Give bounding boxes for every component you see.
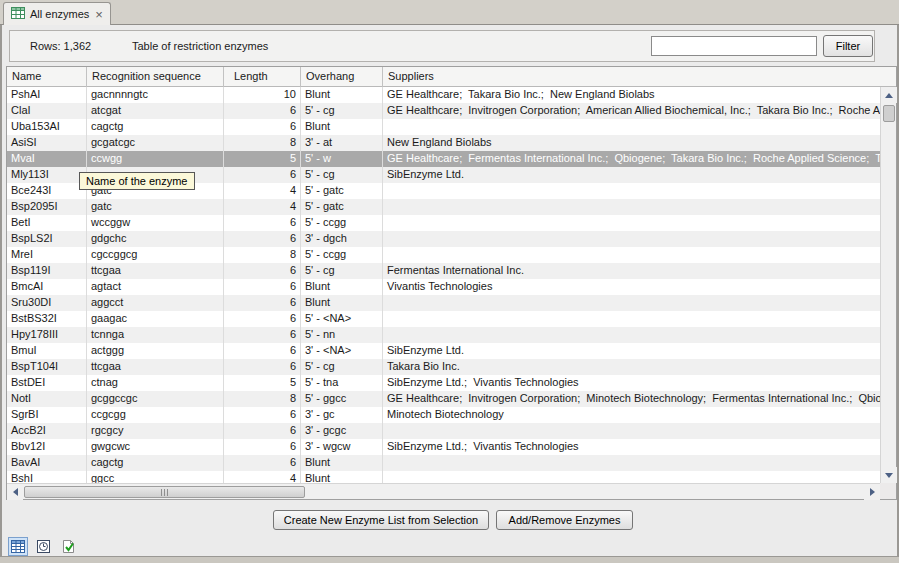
- table-row[interactable]: Bbv12Igwgcwc63' - wgcwSibEnzyme Ltd.; Vi…: [7, 439, 880, 455]
- tab-all-enzymes[interactable]: All enzymes ×: [3, 2, 111, 25]
- cell-suppliers: [383, 471, 880, 483]
- cell-length: 10: [224, 87, 301, 103]
- cell-seq: rgcgcy: [87, 423, 224, 439]
- filter-button[interactable]: Filter: [823, 35, 873, 57]
- table-row[interactable]: MreIcgccggcg85' - ccgg: [7, 247, 880, 263]
- table-row[interactable]: BmuIactggg63' - <NA>SibEnzyme Ltd.: [7, 343, 880, 359]
- enzyme-table: Name Recognition sequence Length Overhan…: [6, 66, 897, 500]
- cell-name: Bsp119I: [7, 263, 87, 279]
- table-row[interactable]: BspLS2Igdgchc63' - dgch: [7, 231, 880, 247]
- filter-input[interactable]: [651, 36, 817, 56]
- cell-length: 6: [224, 455, 301, 471]
- cell-overhang: Blunt: [301, 87, 383, 103]
- cell-length: 6: [224, 119, 301, 135]
- table-row[interactable]: BspT104Ittcgaa65' - cgTakara Bio Inc.: [7, 359, 880, 375]
- table-row[interactable]: BstBS32Igaagac65' - <NA>: [7, 311, 880, 327]
- cell-suppliers: GE Healthcare; Invitrogen Corporation; A…: [383, 103, 880, 119]
- table-row[interactable]: Uba153AIcagctg6Blunt: [7, 119, 880, 135]
- close-icon[interactable]: ×: [95, 8, 103, 21]
- cell-suppliers: [383, 183, 880, 199]
- table-row[interactable]: PshAIgacnnnngtc10BluntGE Healthcare; Tak…: [7, 87, 880, 103]
- cell-overhang: 5' - tna: [301, 375, 383, 391]
- cell-suppliers: New England Biolabs: [383, 135, 880, 151]
- table-row[interactable]: BshIggcc4Blunt: [7, 471, 880, 483]
- cell-name: SgrBI: [7, 407, 87, 423]
- create-enzyme-list-button[interactable]: Create New Enzyme List from Selection: [273, 510, 489, 530]
- table-row[interactable]: Bsp119Ittcgaa65' - cgFermentas Internati…: [7, 263, 880, 279]
- table-row[interactable]: Hpy178IIItcnnga65' - nn: [7, 327, 880, 343]
- cell-length: 5: [224, 375, 301, 391]
- cell-suppliers: Fermentas International Inc.: [383, 263, 880, 279]
- scroll-right-icon[interactable]: [864, 484, 880, 500]
- vertical-scrollbar[interactable]: [880, 87, 896, 483]
- horizontal-scrollbar[interactable]: [7, 483, 880, 499]
- cell-length: 4: [224, 199, 301, 215]
- tab-title: All enzymes: [30, 8, 89, 20]
- cell-length: 6: [224, 311, 301, 327]
- table-subtitle: Table of restriction enzymes: [132, 40, 268, 52]
- table-row[interactable]: BavAIcagctg6Blunt: [7, 455, 880, 471]
- table-row[interactable]: MvaIccwgg55' - wGE Healthcare; Fermentas…: [7, 151, 880, 167]
- table-row[interactable]: BetIwccggw65' - ccgg: [7, 215, 880, 231]
- cell-suppliers: [383, 231, 880, 247]
- table-toolbar: Rows: 1,362 Table of restriction enzymes…: [9, 30, 875, 62]
- cell-length: 6: [224, 279, 301, 295]
- table-row[interactable]: BmcAIagtact6BluntVivantis Technologies: [7, 279, 880, 295]
- history-clock-icon[interactable]: [33, 537, 53, 556]
- cell-seq: ttcgaa: [87, 263, 224, 279]
- table-row[interactable]: SgrBIccgcgg63' - gcMinotech Biotechnolog…: [7, 407, 880, 423]
- scroll-left-icon[interactable]: [7, 484, 23, 500]
- table-row[interactable]: AccB2Irgcgcy63' - gcgc: [7, 423, 880, 439]
- cell-length: 6: [224, 167, 301, 183]
- cell-overhang: 3' - <NA>: [301, 343, 383, 359]
- cell-overhang: 5' - gatc: [301, 183, 383, 199]
- tooltip: Name of the enzyme: [79, 172, 195, 190]
- table-row[interactable]: Sru30DIaggcct6Blunt: [7, 295, 880, 311]
- table-row[interactable]: NotIgcggccgc85' - ggccGE Healthcare; Inv…: [7, 391, 880, 407]
- cell-overhang: 5' - cg: [301, 103, 383, 119]
- cell-suppliers: [383, 311, 880, 327]
- cell-suppliers: [383, 215, 880, 231]
- table-row[interactable]: AsiSIgcgatcgc83' - atNew England Biolabs: [7, 135, 880, 151]
- cell-seq: ggcc: [87, 471, 224, 483]
- cell-name: BavAI: [7, 455, 87, 471]
- cell-name: Bbv12I: [7, 439, 87, 455]
- cell-overhang: 5' - ccgg: [301, 247, 383, 263]
- scroll-down-icon[interactable]: [881, 467, 897, 483]
- scroll-up-icon[interactable]: [881, 87, 897, 103]
- status-strip: [0, 556, 899, 563]
- column-header-overhang[interactable]: Overhang: [301, 67, 383, 87]
- horizontal-scroll-thumb[interactable]: [24, 486, 305, 498]
- table-view-icon[interactable]: [8, 537, 28, 556]
- cell-overhang: Blunt: [301, 279, 383, 295]
- cell-length: 6: [224, 231, 301, 247]
- cell-overhang: 5' - gatc: [301, 199, 383, 215]
- table-row[interactable]: BstDEIctnag55' - tnaSibEnzyme Ltd.; Viva…: [7, 375, 880, 391]
- cell-overhang: 3' - gc: [301, 407, 383, 423]
- cell-overhang: Blunt: [301, 471, 383, 483]
- cell-name: NotI: [7, 391, 87, 407]
- cell-seq: gaagac: [87, 311, 224, 327]
- view-switcher: [8, 536, 78, 556]
- table-row[interactable]: ClaIatcgat65' - cgGE Healthcare; Invitro…: [7, 103, 880, 119]
- cell-overhang: Blunt: [301, 119, 383, 135]
- add-remove-enzymes-button[interactable]: Add/Remove Enzymes: [496, 510, 633, 530]
- column-header-recognition[interactable]: Recognition sequence: [87, 67, 224, 87]
- column-header-suppliers[interactable]: Suppliers: [383, 67, 896, 87]
- cell-length: 6: [224, 295, 301, 311]
- cell-length: 4: [224, 471, 301, 483]
- vertical-scroll-thumb[interactable]: [883, 105, 895, 122]
- element-info-check-icon[interactable]: [58, 537, 78, 556]
- column-header-length[interactable]: Length: [224, 67, 301, 87]
- cell-length: 8: [224, 391, 301, 407]
- cell-overhang: 5' - ggcc: [301, 391, 383, 407]
- cell-suppliers: Vivantis Technologies: [383, 279, 880, 295]
- enzyme-table-window: All enzymes × Rows: 1,362 Table of restr…: [0, 0, 899, 563]
- cell-overhang: 5' - w: [301, 151, 383, 167]
- table-row[interactable]: Bsp2095Igatc45' - gatc: [7, 199, 880, 215]
- cell-overhang: 5' - cg: [301, 359, 383, 375]
- column-header-name[interactable]: Name: [7, 67, 87, 87]
- cell-length: 6: [224, 407, 301, 423]
- cell-seq: gcgatcgc: [87, 135, 224, 151]
- cell-seq: gatc: [87, 199, 224, 215]
